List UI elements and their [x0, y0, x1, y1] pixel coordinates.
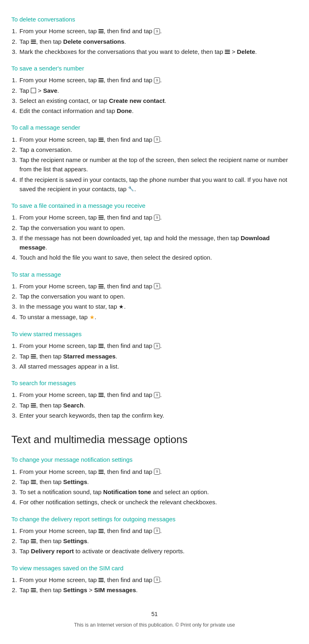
num-icon: 9	[154, 577, 160, 583]
bold-label: Delivery report	[31, 548, 74, 554]
step-3: In the message you want to star, tap ★.	[19, 302, 298, 311]
menu-icon	[31, 354, 36, 358]
menu-icon	[98, 393, 104, 397]
bold-label: Settings	[63, 586, 87, 593]
bold-label: Create new contact	[109, 97, 165, 104]
step-3: All starred messages appear in a list.	[19, 362, 298, 371]
bold-label: Delete	[237, 48, 255, 55]
menu-icon	[98, 215, 104, 220]
step-3: Tap the recipient name or number at the …	[19, 155, 298, 174]
bold-label: Notification tone	[103, 488, 151, 495]
steps-list: From your Home screen, tap , then find a…	[19, 26, 298, 56]
menu-icon	[98, 284, 104, 288]
step-1: From your Home screen, tap , then find a…	[19, 526, 298, 535]
step-1: From your Home screen, tap , then find a…	[19, 390, 298, 399]
wrench-icon: 🔧	[128, 185, 134, 193]
bold-label: Search	[63, 402, 83, 409]
section-title-save-senders-number: To save a sender's number	[11, 64, 298, 73]
menu-icon	[31, 480, 36, 484]
step-2: Tap , then tap Settings > SIM messages.	[19, 585, 298, 595]
step-2: Tap the conversation you want to open.	[19, 223, 298, 232]
menu-icon	[98, 578, 104, 582]
bold-label: Settings	[63, 537, 87, 544]
bold-label: Download message	[19, 235, 270, 251]
step-3: Mark the checkboxes for the conversation…	[19, 47, 298, 56]
num-icon: 9	[154, 469, 160, 475]
num-icon: 9	[154, 343, 160, 349]
num-icon: 9	[154, 283, 160, 289]
steps-list: From your Home screen, tap , then find a…	[19, 467, 298, 507]
section-title-search-for-messages: To search for messages	[11, 378, 298, 388]
step-3: Select an existing contact, or tap Creat…	[19, 96, 298, 105]
step-2: Tap a conversation.	[19, 145, 298, 154]
bold-label: Settings	[63, 478, 87, 485]
section-delivery-report-settings: To change the delivery report settings f…	[11, 514, 298, 556]
section-star-message: To star a message From your Home screen,…	[11, 270, 298, 322]
bold-label: Save	[43, 87, 57, 94]
star-filled-icon: ★	[90, 314, 95, 320]
section-search-for-messages: To search for messages From your Home sc…	[11, 378, 298, 420]
step-2: Tap , then tap Starred messages.	[19, 352, 298, 361]
num-icon: 9	[154, 528, 160, 534]
steps-list: From your Home screen, tap , then find a…	[19, 213, 298, 262]
step-2: Tap , then tap Delete conversations.	[19, 37, 298, 46]
menu-icon	[98, 138, 104, 142]
menu-icon	[98, 344, 104, 348]
menu-icon	[31, 539, 36, 543]
section-delete-conversations: To delete conversations From your Home s…	[11, 15, 298, 56]
step-2: Tap the conversation you want to open.	[19, 292, 298, 301]
step-4: If the recipient is saved in your contac…	[19, 175, 298, 194]
menu-icon	[225, 50, 230, 54]
page-content: To delete conversations From your Home s…	[11, 15, 298, 629]
steps-list: From your Home screen, tap , then find a…	[19, 575, 298, 595]
step-2: Tap , then tap Search.	[19, 401, 298, 410]
steps-list: From your Home screen, tap , then find a…	[19, 281, 298, 322]
step-3: Tap Delivery report to activate or deact…	[19, 546, 298, 556]
steps-list: From your Home screen, tap , then find a…	[19, 75, 298, 115]
steps-list: From your Home screen, tap , then find a…	[19, 341, 298, 371]
section-view-sim-messages: To view messages saved on the SIM card F…	[11, 563, 298, 595]
step-1: From your Home screen, tap , then find a…	[19, 467, 298, 476]
steps-list: From your Home screen, tap , then find a…	[19, 526, 298, 556]
section-title-call-message-sender: To call a message sender	[11, 123, 298, 132]
step-1: From your Home screen, tap , then find a…	[19, 135, 298, 144]
section-view-starred-messages: To view starred messages From your Home …	[11, 329, 298, 371]
steps-list: From your Home screen, tap , then find a…	[19, 135, 298, 194]
step-1: From your Home screen, tap , then find a…	[19, 26, 298, 36]
page-footer: 51 This is an Internet version of this p…	[11, 610, 298, 629]
section-title-delivery-report-settings: To change the delivery report settings f…	[11, 514, 298, 524]
num-icon: 9	[154, 136, 160, 143]
star-empty-icon: ★	[119, 303, 124, 310]
section-title-save-file-in-message: To save a file contained in a message yo…	[11, 201, 298, 210]
step-1: From your Home screen, tap , then find a…	[19, 341, 298, 350]
menu-icon	[31, 403, 36, 407]
step-3: If the message has not been downloaded y…	[19, 233, 298, 252]
bold-label: Starred messages	[63, 353, 115, 360]
step-3: To set a notification sound, tap Notific…	[19, 487, 298, 497]
num-icon: 9	[154, 28, 160, 34]
menu-icon	[31, 588, 36, 592]
num-icon: 9	[154, 392, 160, 398]
step-1: From your Home screen, tap , then find a…	[19, 575, 298, 584]
step-4: Touch and hold the file you want to save…	[19, 253, 298, 262]
step-4: Edit the contact information and tap Don…	[19, 106, 298, 115]
step-3: Enter your search keywords, then tap the…	[19, 411, 298, 420]
steps-list: From your Home screen, tap , then find a…	[19, 390, 298, 420]
page-number: 51	[11, 610, 298, 619]
section-save-senders-number: To save a sender's number From your Home…	[11, 64, 298, 115]
menu-icon	[98, 29, 104, 33]
step-4: To unstar a message, tap ★.	[19, 312, 298, 322]
section-title-view-sim-messages: To view messages saved on the SIM card	[11, 563, 298, 573]
footer-text: This is an Internet version of this publ…	[11, 621, 298, 629]
menu-icon	[98, 529, 104, 533]
num-icon: 9	[154, 215, 160, 221]
big-section-title: Text and multimedia message options	[11, 431, 298, 448]
box-icon	[31, 88, 36, 93]
num-icon: 9	[154, 77, 160, 83]
bold-label: Delete conversations	[63, 38, 124, 45]
bold-label: Done	[117, 107, 132, 114]
section-title-delete-conversations: To delete conversations	[11, 15, 298, 24]
menu-icon	[98, 78, 104, 82]
step-2: Tap > Save.	[19, 86, 298, 95]
section-save-file-in-message: To save a file contained in a message yo…	[11, 201, 298, 262]
